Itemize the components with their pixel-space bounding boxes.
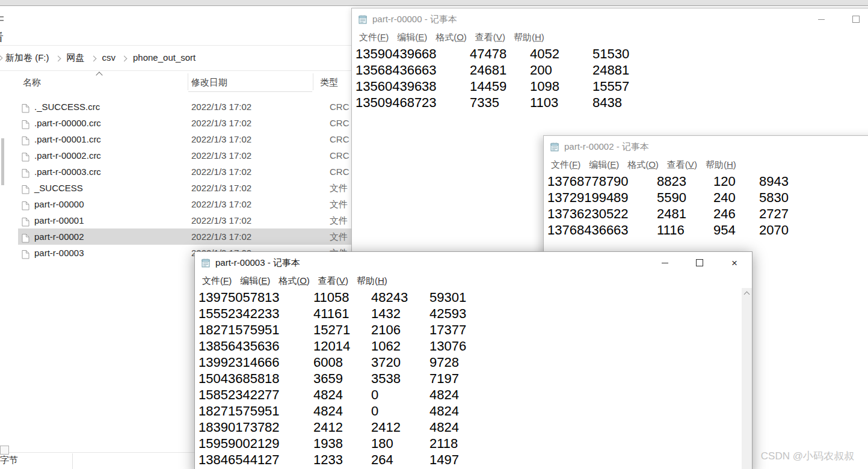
- text-value: 13590439668: [356, 46, 437, 62]
- file-name: _SUCCESS: [34, 180, 83, 196]
- menu-item[interactable]: 帮助(H): [701, 158, 740, 172]
- text-value: 2481: [657, 206, 686, 222]
- maximize-button[interactable]: [682, 252, 717, 274]
- window-title: part-r-00002 - 记事本: [564, 136, 649, 158]
- menu-item-text: ): [502, 32, 505, 42]
- menu-item-accesskey: H: [378, 275, 384, 286]
- file-row[interactable]: ._SUCCESS.crc2022/1/3 17:02CRC 文件: [18, 99, 360, 115]
- navpane-scrollbar-fragment[interactable]: [1, 138, 4, 185]
- window-title: part-r-00000 - 记事本: [372, 8, 457, 30]
- minimize-button[interactable]: [647, 252, 682, 274]
- file-row[interactable]: .part-r-00001.crc2022/1/3 17:02CRC 文件: [18, 131, 360, 147]
- text-value: 8438: [593, 94, 622, 111]
- text-value: 13768436663: [547, 222, 629, 238]
- breadcrumb-item[interactable]: 新加卷 (F:): [4, 51, 51, 64]
- file-row[interactable]: part-r-000022022/1/3 17:02文件: [18, 228, 360, 245]
- close-button[interactable]: ×: [717, 252, 752, 274]
- menu-item[interactable]: 帮助(H): [509, 30, 549, 44]
- text-value: 11058: [313, 289, 349, 305]
- text-line: 18390173782241224124824: [196, 419, 752, 435]
- header-underline: [188, 91, 312, 92]
- menu-item[interactable]: 格式(O): [431, 30, 471, 44]
- menu-item-accesskey: V: [496, 32, 502, 42]
- column-header-type[interactable]: 类型: [320, 77, 338, 88]
- menu-item[interactable]: 编辑(E): [585, 158, 623, 172]
- menu-item[interactable]: 格式(O): [274, 274, 314, 288]
- text-value: 13846544127: [199, 452, 280, 468]
- menu-item-accesskey: F: [380, 32, 386, 42]
- file-icon: [22, 183, 29, 192]
- text-value: 41161: [313, 305, 349, 322]
- text-value: 18390173782: [199, 419, 280, 435]
- maximize-button[interactable]: [839, 8, 868, 30]
- text-value: 51530: [593, 46, 629, 62]
- text-value: 2412: [371, 419, 401, 435]
- file-row[interactable]: .part-r-00002.crc2022/1/3 17:02CRC 文件: [18, 147, 360, 164]
- menu-item-accesskey: E: [418, 32, 424, 42]
- menu-item[interactable]: 查看(V): [471, 30, 509, 44]
- column-header-name[interactable]: 名称: [23, 77, 41, 88]
- text-value: 4824: [429, 387, 459, 403]
- text-line: 1356043963814459109815557: [353, 78, 868, 94]
- titlebar[interactable]: part-r-00003 - 记事本 ×: [195, 252, 752, 274]
- menu-item[interactable]: 查看(V): [314, 274, 352, 288]
- notepad-icon: [550, 142, 559, 152]
- titlebar[interactable]: part-r-00002 - 记事本: [544, 136, 868, 158]
- text-value: 47478: [470, 46, 506, 62]
- file-name: part-r-00000: [34, 196, 84, 212]
- file-row[interactable]: .part-r-00000.crc2022/1/3 17:02CRC 文件: [18, 115, 360, 131]
- scrollbar-up-icon[interactable]: [742, 288, 752, 298]
- text-line: 13509468723733511038438: [353, 94, 868, 111]
- minimize-button[interactable]: [804, 8, 839, 30]
- explorer-titlebar-strip[interactable]: [0, 0, 868, 6]
- text-line: 1595900212919381802118: [196, 435, 752, 452]
- text-value: 5830: [759, 189, 789, 206]
- titlebar[interactable]: part-r-00000 - 记事本: [352, 8, 868, 30]
- column-header-date[interactable]: 修改日期: [191, 77, 227, 88]
- menu-item-text: 查看(: [318, 275, 339, 286]
- text-value: 2070: [759, 222, 789, 238]
- menu-item[interactable]: 查看(V): [663, 158, 701, 172]
- text-value: 24681: [470, 62, 506, 78]
- column-separator[interactable]: [188, 73, 188, 90]
- text-value: 13736230522: [547, 206, 629, 222]
- text-value: 1497: [429, 452, 459, 468]
- window-controls: [804, 8, 868, 30]
- menu-item-text: ): [616, 159, 619, 170]
- text-value: 13975057813: [199, 289, 280, 305]
- menu-item-text: 文件(: [359, 32, 380, 42]
- text-value: 264: [371, 452, 393, 468]
- text-value: 7335: [470, 94, 499, 111]
- text-value: 2412: [313, 419, 343, 435]
- text-value: 17377: [429, 322, 466, 338]
- statusbar-size-text: 字节: [0, 455, 18, 466]
- menu-item[interactable]: 编辑(E): [393, 30, 431, 44]
- menu-item[interactable]: 文件(F): [198, 274, 236, 288]
- file-name: ._SUCCESS.crc: [34, 99, 100, 115]
- menu-item[interactable]: 文件(F): [547, 158, 585, 172]
- menu-item-text: ): [345, 275, 348, 286]
- menu-item[interactable]: 编辑(E): [236, 274, 274, 288]
- text-value: 24881: [593, 62, 629, 78]
- breadcrumb-item[interactable]: csv: [101, 51, 117, 64]
- file-row[interactable]: part-r-000002022/1/3 17:02文件: [18, 196, 360, 212]
- menu-item[interactable]: 文件(F): [355, 30, 393, 44]
- menu-item[interactable]: 格式(O): [623, 158, 663, 172]
- file-row[interactable]: .part-r-00003.crc2022/1/3 17:02CRC 文件: [18, 164, 360, 180]
- text-area[interactable]: 1397505781311058482435930115552342233411…: [196, 288, 752, 469]
- scrollbar[interactable]: [742, 288, 752, 469]
- file-row[interactable]: _SUCCESS2022/1/3 17:02文件: [18, 180, 360, 196]
- text-value: 200: [530, 62, 552, 78]
- menu-item[interactable]: 帮助(H): [352, 274, 392, 288]
- ribbon-tab-view-fragment: 看: [0, 30, 4, 44]
- file-row[interactable]: part-r-000012022/1/3 17:02文件: [18, 212, 360, 228]
- text-value: 59301: [429, 289, 466, 305]
- text-value: 13856435636: [199, 338, 280, 354]
- menu-item-text: 帮助(: [706, 159, 727, 170]
- watermark: CSDN @小码农叔叔: [761, 449, 854, 463]
- text-line: 15043685818365935387197: [196, 370, 752, 387]
- column-separator[interactable]: [313, 73, 313, 90]
- file-icon: [22, 248, 29, 257]
- breadcrumb-item[interactable]: phone_out_sort: [132, 51, 197, 64]
- breadcrumb-item[interactable]: 网盘: [66, 51, 86, 64]
